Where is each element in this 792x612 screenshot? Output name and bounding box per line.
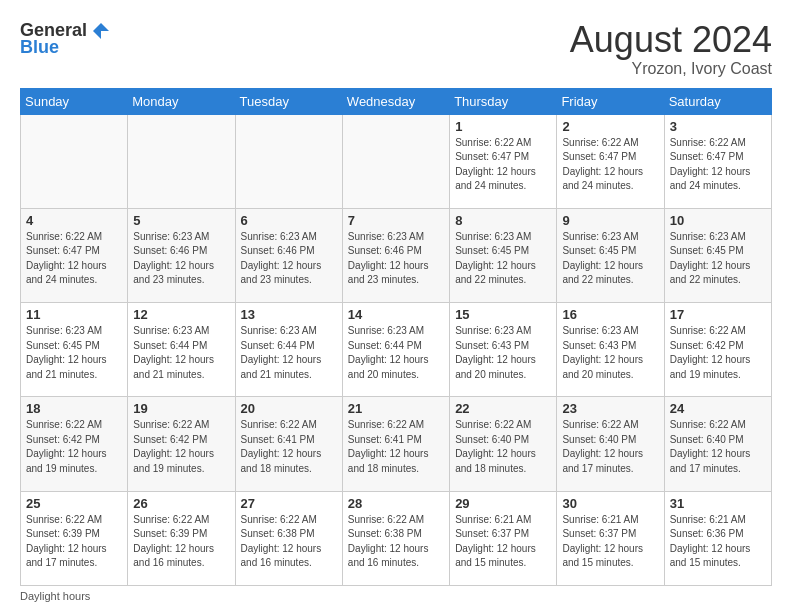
day-number: 3 bbox=[670, 119, 766, 134]
calendar-cell: 20Sunrise: 6:22 AM Sunset: 6:41 PM Dayli… bbox=[235, 397, 342, 491]
day-number: 28 bbox=[348, 496, 444, 511]
calendar-cell: 30Sunrise: 6:21 AM Sunset: 6:37 PM Dayli… bbox=[557, 491, 664, 585]
calendar-cell bbox=[235, 114, 342, 208]
day-number: 21 bbox=[348, 401, 444, 416]
day-info: Sunrise: 6:22 AM Sunset: 6:42 PM Dayligh… bbox=[133, 418, 229, 476]
calendar-cell: 4Sunrise: 6:22 AM Sunset: 6:47 PM Daylig… bbox=[21, 208, 128, 302]
calendar-cell: 11Sunrise: 6:23 AM Sunset: 6:45 PM Dayli… bbox=[21, 303, 128, 397]
calendar-cell: 9Sunrise: 6:23 AM Sunset: 6:45 PM Daylig… bbox=[557, 208, 664, 302]
col-header-saturday: Saturday bbox=[664, 88, 771, 114]
calendar-cell: 29Sunrise: 6:21 AM Sunset: 6:37 PM Dayli… bbox=[450, 491, 557, 585]
day-info: Sunrise: 6:21 AM Sunset: 6:37 PM Dayligh… bbox=[455, 513, 551, 571]
calendar-cell: 26Sunrise: 6:22 AM Sunset: 6:39 PM Dayli… bbox=[128, 491, 235, 585]
calendar-cell: 14Sunrise: 6:23 AM Sunset: 6:44 PM Dayli… bbox=[342, 303, 449, 397]
day-info: Sunrise: 6:23 AM Sunset: 6:46 PM Dayligh… bbox=[348, 230, 444, 288]
day-number: 12 bbox=[133, 307, 229, 322]
day-number: 1 bbox=[455, 119, 551, 134]
day-number: 7 bbox=[348, 213, 444, 228]
calendar-cell bbox=[342, 114, 449, 208]
day-number: 23 bbox=[562, 401, 658, 416]
day-info: Sunrise: 6:22 AM Sunset: 6:40 PM Dayligh… bbox=[562, 418, 658, 476]
day-info: Sunrise: 6:23 AM Sunset: 6:43 PM Dayligh… bbox=[562, 324, 658, 382]
day-info: Sunrise: 6:23 AM Sunset: 6:44 PM Dayligh… bbox=[241, 324, 337, 382]
day-info: Sunrise: 6:23 AM Sunset: 6:44 PM Dayligh… bbox=[348, 324, 444, 382]
logo-icon bbox=[91, 21, 111, 41]
day-number: 6 bbox=[241, 213, 337, 228]
calendar-cell: 16Sunrise: 6:23 AM Sunset: 6:43 PM Dayli… bbox=[557, 303, 664, 397]
calendar-cell: 2Sunrise: 6:22 AM Sunset: 6:47 PM Daylig… bbox=[557, 114, 664, 208]
day-info: Sunrise: 6:22 AM Sunset: 6:39 PM Dayligh… bbox=[26, 513, 122, 571]
day-number: 8 bbox=[455, 213, 551, 228]
calendar-cell: 18Sunrise: 6:22 AM Sunset: 6:42 PM Dayli… bbox=[21, 397, 128, 491]
day-number: 29 bbox=[455, 496, 551, 511]
month-year: August 2024 bbox=[570, 20, 772, 60]
day-number: 11 bbox=[26, 307, 122, 322]
calendar-cell: 1Sunrise: 6:22 AM Sunset: 6:47 PM Daylig… bbox=[450, 114, 557, 208]
col-header-sunday: Sunday bbox=[21, 88, 128, 114]
calendar-cell: 6Sunrise: 6:23 AM Sunset: 6:46 PM Daylig… bbox=[235, 208, 342, 302]
calendar-cell: 13Sunrise: 6:23 AM Sunset: 6:44 PM Dayli… bbox=[235, 303, 342, 397]
day-info: Sunrise: 6:22 AM Sunset: 6:38 PM Dayligh… bbox=[241, 513, 337, 571]
week-row-5: 25Sunrise: 6:22 AM Sunset: 6:39 PM Dayli… bbox=[21, 491, 772, 585]
calendar-cell bbox=[21, 114, 128, 208]
day-info: Sunrise: 6:22 AM Sunset: 6:42 PM Dayligh… bbox=[670, 324, 766, 382]
day-info: Sunrise: 6:22 AM Sunset: 6:47 PM Dayligh… bbox=[455, 136, 551, 194]
week-row-4: 18Sunrise: 6:22 AM Sunset: 6:42 PM Dayli… bbox=[21, 397, 772, 491]
day-number: 26 bbox=[133, 496, 229, 511]
logo-blue: Blue bbox=[20, 37, 59, 58]
day-number: 17 bbox=[670, 307, 766, 322]
calendar-cell: 8Sunrise: 6:23 AM Sunset: 6:45 PM Daylig… bbox=[450, 208, 557, 302]
day-number: 4 bbox=[26, 213, 122, 228]
day-number: 10 bbox=[670, 213, 766, 228]
footer-note: Daylight hours bbox=[20, 590, 772, 602]
week-row-2: 4Sunrise: 6:22 AM Sunset: 6:47 PM Daylig… bbox=[21, 208, 772, 302]
calendar-cell: 25Sunrise: 6:22 AM Sunset: 6:39 PM Dayli… bbox=[21, 491, 128, 585]
day-info: Sunrise: 6:23 AM Sunset: 6:45 PM Dayligh… bbox=[670, 230, 766, 288]
day-info: Sunrise: 6:22 AM Sunset: 6:47 PM Dayligh… bbox=[562, 136, 658, 194]
calendar-cell: 31Sunrise: 6:21 AM Sunset: 6:36 PM Dayli… bbox=[664, 491, 771, 585]
calendar-cell: 3Sunrise: 6:22 AM Sunset: 6:47 PM Daylig… bbox=[664, 114, 771, 208]
day-info: Sunrise: 6:23 AM Sunset: 6:46 PM Dayligh… bbox=[133, 230, 229, 288]
day-number: 31 bbox=[670, 496, 766, 511]
calendar-cell: 19Sunrise: 6:22 AM Sunset: 6:42 PM Dayli… bbox=[128, 397, 235, 491]
day-info: Sunrise: 6:23 AM Sunset: 6:45 PM Dayligh… bbox=[455, 230, 551, 288]
day-number: 5 bbox=[133, 213, 229, 228]
day-number: 30 bbox=[562, 496, 658, 511]
calendar-page: General Blue August 2024 Yrozon, Ivory C… bbox=[0, 0, 792, 612]
day-info: Sunrise: 6:22 AM Sunset: 6:41 PM Dayligh… bbox=[348, 418, 444, 476]
day-number: 13 bbox=[241, 307, 337, 322]
day-info: Sunrise: 6:22 AM Sunset: 6:40 PM Dayligh… bbox=[455, 418, 551, 476]
svg-marker-0 bbox=[93, 23, 109, 39]
day-number: 24 bbox=[670, 401, 766, 416]
col-header-monday: Monday bbox=[128, 88, 235, 114]
calendar-cell: 7Sunrise: 6:23 AM Sunset: 6:46 PM Daylig… bbox=[342, 208, 449, 302]
calendar-cell: 28Sunrise: 6:22 AM Sunset: 6:38 PM Dayli… bbox=[342, 491, 449, 585]
col-header-wednesday: Wednesday bbox=[342, 88, 449, 114]
day-info: Sunrise: 6:21 AM Sunset: 6:36 PM Dayligh… bbox=[670, 513, 766, 571]
day-number: 15 bbox=[455, 307, 551, 322]
day-number: 25 bbox=[26, 496, 122, 511]
day-info: Sunrise: 6:22 AM Sunset: 6:47 PM Dayligh… bbox=[670, 136, 766, 194]
day-number: 2 bbox=[562, 119, 658, 134]
calendar-header-row: SundayMondayTuesdayWednesdayThursdayFrid… bbox=[21, 88, 772, 114]
title-block: August 2024 Yrozon, Ivory Coast bbox=[570, 20, 772, 78]
day-info: Sunrise: 6:23 AM Sunset: 6:43 PM Dayligh… bbox=[455, 324, 551, 382]
day-info: Sunrise: 6:23 AM Sunset: 6:46 PM Dayligh… bbox=[241, 230, 337, 288]
day-number: 20 bbox=[241, 401, 337, 416]
calendar-cell: 27Sunrise: 6:22 AM Sunset: 6:38 PM Dayli… bbox=[235, 491, 342, 585]
day-number: 9 bbox=[562, 213, 658, 228]
day-info: Sunrise: 6:23 AM Sunset: 6:45 PM Dayligh… bbox=[562, 230, 658, 288]
calendar-cell bbox=[128, 114, 235, 208]
calendar-table: SundayMondayTuesdayWednesdayThursdayFrid… bbox=[20, 88, 772, 586]
day-info: Sunrise: 6:23 AM Sunset: 6:44 PM Dayligh… bbox=[133, 324, 229, 382]
day-info: Sunrise: 6:23 AM Sunset: 6:45 PM Dayligh… bbox=[26, 324, 122, 382]
day-info: Sunrise: 6:22 AM Sunset: 6:47 PM Dayligh… bbox=[26, 230, 122, 288]
day-number: 27 bbox=[241, 496, 337, 511]
col-header-friday: Friday bbox=[557, 88, 664, 114]
daylight-label: Daylight hours bbox=[20, 590, 90, 602]
day-info: Sunrise: 6:22 AM Sunset: 6:40 PM Dayligh… bbox=[670, 418, 766, 476]
day-number: 22 bbox=[455, 401, 551, 416]
day-number: 16 bbox=[562, 307, 658, 322]
col-header-tuesday: Tuesday bbox=[235, 88, 342, 114]
day-info: Sunrise: 6:22 AM Sunset: 6:39 PM Dayligh… bbox=[133, 513, 229, 571]
